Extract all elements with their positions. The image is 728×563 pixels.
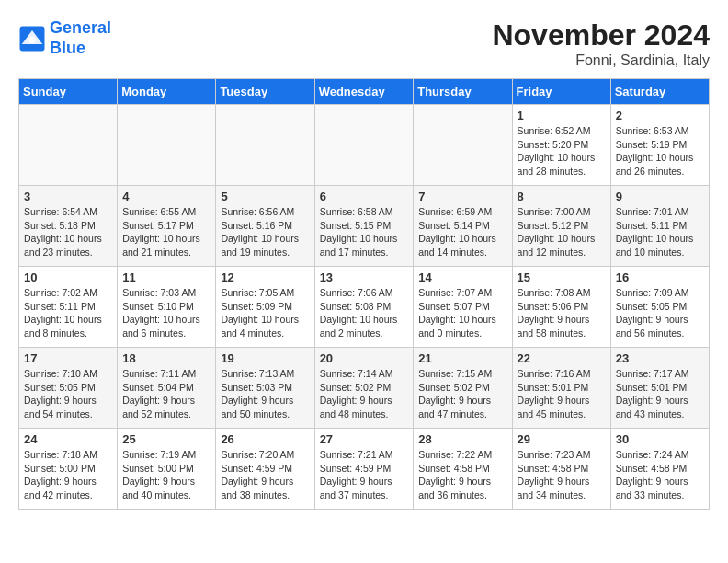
day-info: Sunrise: 6:58 AM Sunset: 5:15 PM Dayligh… — [320, 205, 409, 259]
day-number: 10 — [24, 270, 112, 284]
day-info: Sunrise: 7:16 AM Sunset: 5:01 PM Dayligh… — [518, 367, 606, 421]
weekday-header-sunday: Sunday — [19, 79, 118, 105]
day-info: Sunrise: 7:07 AM Sunset: 5:07 PM Dayligh… — [418, 286, 506, 340]
day-info: Sunrise: 7:18 AM Sunset: 5:00 PM Dayligh… — [24, 448, 112, 502]
calendar-cell: 2Sunrise: 6:53 AM Sunset: 5:19 PM Daylig… — [610, 105, 709, 186]
day-info: Sunrise: 7:00 AM Sunset: 5:12 PM Dayligh… — [518, 205, 606, 259]
svg-point-2 — [28, 36, 36, 43]
weekday-header-monday: Monday — [118, 79, 216, 105]
calendar-cell: 18Sunrise: 7:11 AM Sunset: 5:04 PM Dayli… — [118, 348, 216, 429]
calendar-cell: 27Sunrise: 7:21 AM Sunset: 4:59 PM Dayli… — [314, 429, 414, 510]
day-info: Sunrise: 7:23 AM Sunset: 4:58 PM Dayligh… — [518, 448, 606, 502]
logo-line1: General — [50, 18, 111, 37]
calendar-cell: 9Sunrise: 7:01 AM Sunset: 5:11 PM Daylig… — [610, 186, 709, 267]
calendar-cell: 26Sunrise: 7:20 AM Sunset: 4:59 PM Dayli… — [216, 429, 314, 510]
day-number: 2 — [616, 109, 704, 122]
day-number: 9 — [616, 190, 704, 203]
month-title: November 2024 — [492, 18, 710, 52]
day-info: Sunrise: 6:52 AM Sunset: 5:20 PM Dayligh… — [518, 124, 606, 178]
logo: General Blue — [18, 18, 111, 58]
day-info: Sunrise: 7:08 AM Sunset: 5:06 PM Dayligh… — [518, 286, 606, 340]
day-info: Sunrise: 7:03 AM Sunset: 5:10 PM Dayligh… — [122, 286, 210, 340]
calendar-week-5: 24Sunrise: 7:18 AM Sunset: 5:00 PM Dayli… — [19, 429, 710, 510]
day-info: Sunrise: 7:21 AM Sunset: 4:59 PM Dayligh… — [320, 448, 409, 502]
calendar-cell: 16Sunrise: 7:09 AM Sunset: 5:05 PM Dayli… — [610, 267, 709, 348]
weekday-header-thursday: Thursday — [414, 79, 512, 105]
calendar-week-3: 10Sunrise: 7:02 AM Sunset: 5:11 PM Dayli… — [19, 267, 710, 348]
day-info: Sunrise: 6:59 AM Sunset: 5:14 PM Dayligh… — [418, 205, 506, 259]
day-number: 7 — [418, 190, 506, 203]
calendar-cell — [19, 105, 118, 186]
calendar-week-4: 17Sunrise: 7:10 AM Sunset: 5:05 PM Dayli… — [19, 348, 710, 429]
day-number: 23 — [616, 351, 704, 365]
day-info: Sunrise: 7:22 AM Sunset: 4:58 PM Dayligh… — [418, 448, 506, 502]
day-number: 1 — [518, 109, 606, 122]
calendar-cell: 29Sunrise: 7:23 AM Sunset: 4:58 PM Dayli… — [512, 429, 610, 510]
day-info: Sunrise: 7:05 AM Sunset: 5:09 PM Dayligh… — [221, 286, 309, 340]
calendar-cell: 6Sunrise: 6:58 AM Sunset: 5:15 PM Daylig… — [314, 186, 414, 267]
day-info: Sunrise: 7:14 AM Sunset: 5:02 PM Dayligh… — [320, 367, 409, 421]
day-info: Sunrise: 7:01 AM Sunset: 5:11 PM Dayligh… — [616, 205, 704, 259]
calendar-week-1: 1Sunrise: 6:52 AM Sunset: 5:20 PM Daylig… — [19, 105, 710, 186]
day-number: 8 — [518, 190, 606, 203]
day-number: 19 — [221, 351, 309, 365]
calendar-cell: 5Sunrise: 6:56 AM Sunset: 5:16 PM Daylig… — [216, 186, 314, 267]
calendar-cell — [414, 105, 512, 186]
calendar-cell: 20Sunrise: 7:14 AM Sunset: 5:02 PM Dayli… — [314, 348, 414, 429]
day-info: Sunrise: 6:54 AM Sunset: 5:18 PM Dayligh… — [24, 205, 112, 259]
calendar-cell: 24Sunrise: 7:18 AM Sunset: 5:00 PM Dayli… — [19, 429, 118, 510]
calendar-cell: 13Sunrise: 7:06 AM Sunset: 5:08 PM Dayli… — [314, 267, 414, 348]
day-number: 29 — [518, 432, 606, 446]
day-info: Sunrise: 7:02 AM Sunset: 5:11 PM Dayligh… — [24, 286, 112, 340]
calendar-cell: 10Sunrise: 7:02 AM Sunset: 5:11 PM Dayli… — [19, 267, 118, 348]
calendar-week-2: 3Sunrise: 6:54 AM Sunset: 5:18 PM Daylig… — [19, 186, 710, 267]
calendar-cell: 21Sunrise: 7:15 AM Sunset: 5:02 PM Dayli… — [414, 348, 512, 429]
day-number: 4 — [122, 190, 210, 203]
calendar-cell: 30Sunrise: 7:24 AM Sunset: 4:58 PM Dayli… — [610, 429, 709, 510]
calendar-cell: 17Sunrise: 7:10 AM Sunset: 5:05 PM Dayli… — [19, 348, 118, 429]
calendar-cell: 3Sunrise: 6:54 AM Sunset: 5:18 PM Daylig… — [19, 186, 118, 267]
day-number: 11 — [122, 270, 210, 284]
day-info: Sunrise: 6:55 AM Sunset: 5:17 PM Dayligh… — [122, 205, 210, 259]
location: Fonni, Sardinia, Italy — [492, 52, 710, 69]
calendar-cell: 23Sunrise: 7:17 AM Sunset: 5:01 PM Dayli… — [610, 348, 709, 429]
day-number: 20 — [320, 351, 409, 365]
weekday-header-saturday: Saturday — [610, 79, 709, 105]
day-number: 22 — [518, 351, 606, 365]
weekday-header-tuesday: Tuesday — [216, 79, 314, 105]
day-info: Sunrise: 7:19 AM Sunset: 5:00 PM Dayligh… — [122, 448, 210, 502]
day-info: Sunrise: 7:15 AM Sunset: 5:02 PM Dayligh… — [418, 367, 506, 421]
day-number: 18 — [122, 351, 210, 365]
day-info: Sunrise: 7:09 AM Sunset: 5:05 PM Dayligh… — [616, 286, 704, 340]
logo-line2: Blue — [50, 39, 85, 57]
calendar-cell: 7Sunrise: 6:59 AM Sunset: 5:14 PM Daylig… — [414, 186, 512, 267]
weekday-header-friday: Friday — [512, 79, 610, 105]
day-number: 25 — [122, 432, 210, 446]
day-number: 12 — [221, 270, 309, 284]
day-info: Sunrise: 7:17 AM Sunset: 5:01 PM Dayligh… — [616, 367, 704, 421]
day-number: 24 — [24, 432, 112, 446]
calendar-cell: 14Sunrise: 7:07 AM Sunset: 5:07 PM Dayli… — [414, 267, 512, 348]
day-number: 26 — [221, 432, 309, 446]
calendar-cell: 22Sunrise: 7:16 AM Sunset: 5:01 PM Dayli… — [512, 348, 610, 429]
day-info: Sunrise: 6:56 AM Sunset: 5:16 PM Dayligh… — [221, 205, 309, 259]
calendar-cell: 4Sunrise: 6:55 AM Sunset: 5:17 PM Daylig… — [118, 186, 216, 267]
calendar-header-row: SundayMondayTuesdayWednesdayThursdayFrid… — [19, 79, 710, 105]
day-number: 21 — [418, 351, 506, 365]
day-number: 28 — [418, 432, 506, 446]
day-number: 5 — [221, 190, 309, 203]
day-number: 27 — [320, 432, 409, 446]
calendar-cell: 11Sunrise: 7:03 AM Sunset: 5:10 PM Dayli… — [118, 267, 216, 348]
day-info: Sunrise: 7:24 AM Sunset: 4:58 PM Dayligh… — [616, 448, 704, 502]
logo-icon — [18, 25, 46, 52]
day-info: Sunrise: 7:06 AM Sunset: 5:08 PM Dayligh… — [320, 286, 409, 340]
day-number: 15 — [518, 270, 606, 284]
calendar-cell: 12Sunrise: 7:05 AM Sunset: 5:09 PM Dayli… — [216, 267, 314, 348]
day-info: Sunrise: 7:20 AM Sunset: 4:59 PM Dayligh… — [221, 448, 309, 502]
day-info: Sunrise: 6:53 AM Sunset: 5:19 PM Dayligh… — [616, 124, 704, 178]
weekday-header-wednesday: Wednesday — [314, 79, 414, 105]
calendar-cell: 25Sunrise: 7:19 AM Sunset: 5:00 PM Dayli… — [118, 429, 216, 510]
calendar-cell — [118, 105, 216, 186]
calendar-cell — [216, 105, 314, 186]
day-number: 14 — [418, 270, 506, 284]
